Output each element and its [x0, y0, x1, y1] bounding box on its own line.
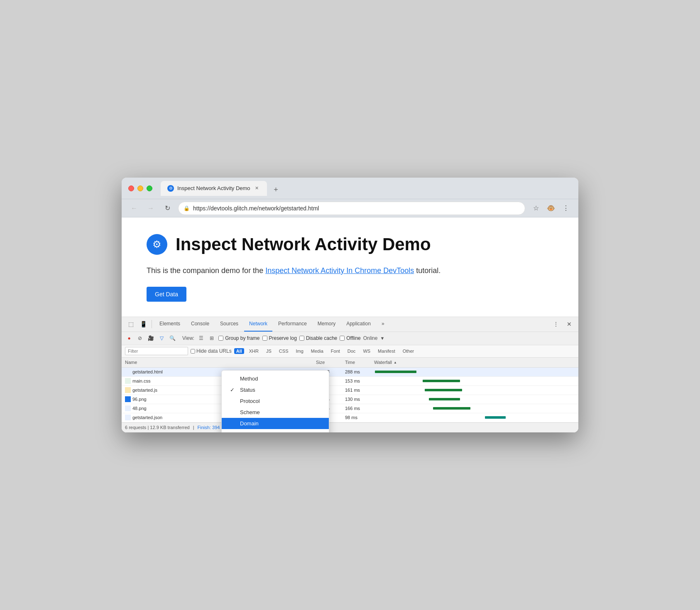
url-field[interactable]: 🔒 https://devtools.glitch.me/network/get…	[178, 202, 525, 215]
cm-protocol[interactable]: Protocol	[222, 395, 329, 407]
sort-arrow-icon: ▲	[394, 361, 397, 364]
tab-application[interactable]: Application	[341, 317, 376, 332]
disable-cache-option[interactable]: Disable cache	[299, 335, 337, 341]
device-toolbar-icon[interactable]: 📱	[137, 318, 149, 330]
disable-cache-label: Disable cache	[306, 335, 337, 341]
tab-network[interactable]: Network	[244, 317, 272, 332]
more-tabs-button[interactable]: »	[377, 317, 389, 332]
filter-xhr[interactable]: XHR	[247, 348, 261, 354]
row-time: 98 ms	[342, 415, 371, 420]
page-subtitle: This is the companion demo for the Inspe…	[147, 265, 553, 277]
devtools-settings-icon[interactable]: ⋮	[550, 318, 562, 330]
cm-method[interactable]: Method	[222, 373, 329, 384]
row-filename: getstarted.json	[132, 415, 162, 420]
table-row[interactable]: getstarted.json …d.js:4 276 B 98 ms	[122, 413, 578, 422]
browser-tab[interactable]: ⚙ Inspect Network Activity Demo ✕	[161, 181, 267, 196]
table-row[interactable]: 48.png 3.1 KB 166 ms	[122, 404, 578, 413]
throttle-dropdown-icon[interactable]: ▼	[380, 336, 384, 341]
th-time[interactable]: Time	[342, 360, 371, 365]
filter-css[interactable]: CSS	[277, 348, 291, 354]
filter-img[interactable]: Img	[293, 348, 306, 354]
page-content: ⚙ Inspect Network Activity Demo This is …	[122, 217, 578, 317]
cm-status[interactable]: ✓ Status	[222, 384, 329, 395]
status-bar: 6 requests | 12.9 KB transferred | Finis…	[122, 422, 578, 432]
group-by-frame-label: Group by frame	[225, 335, 259, 341]
address-bar: ← → ↻ 🔒 https://devtools.glitch.me/netwo…	[122, 199, 578, 217]
offline-checkbox[interactable]	[340, 336, 345, 341]
maximize-button[interactable]	[147, 185, 152, 191]
bookmark-icon[interactable]: ☆	[530, 203, 542, 214]
filter-ws[interactable]: WS	[360, 348, 373, 354]
screenshot-button[interactable]: 🎥	[147, 334, 155, 342]
table-row[interactable]: getstarted.html 1.3 KB 288 ms	[122, 368, 578, 377]
tab-close-button[interactable]: ✕	[254, 185, 260, 192]
group-by-frame-checkbox[interactable]	[218, 336, 223, 341]
cm-scheme[interactable]: Scheme	[222, 407, 329, 418]
filter-media[interactable]: Media	[308, 348, 326, 354]
preserve-log-checkbox[interactable]	[262, 336, 267, 341]
preserve-log-label: Preserve log	[269, 335, 297, 341]
filter-other[interactable]: Other	[400, 348, 417, 354]
network-toolbar: ● ⊘ 🎥 ▽ 🔍 View: ☰ ⊞ Group by frame Prese…	[122, 332, 578, 345]
tab-sources[interactable]: Sources	[215, 317, 243, 332]
list-view-icon[interactable]: ☰	[197, 334, 205, 342]
new-tab-button[interactable]: +	[270, 184, 282, 196]
forward-button[interactable]: →	[145, 203, 157, 214]
network-table: Name Size Time Waterfall ▲ getstarted.ht…	[122, 358, 578, 432]
record-button[interactable]: ●	[125, 334, 133, 342]
preserve-log-option[interactable]: Preserve log	[262, 335, 297, 341]
row-waterfall	[371, 404, 578, 413]
search-button[interactable]: 🔍	[168, 334, 176, 342]
disable-cache-checkbox[interactable]	[299, 336, 304, 341]
menu-icon[interactable]: ⋮	[560, 203, 572, 214]
offline-option[interactable]: Offline	[340, 335, 360, 341]
filter-manifest[interactable]: Manifest	[375, 348, 398, 354]
file-icon	[125, 415, 131, 420]
cm-remote-address[interactable]: Remote Address	[222, 429, 329, 432]
row-waterfall	[371, 376, 578, 386]
url-text: https://devtools.glitch.me/network/getst…	[193, 205, 319, 212]
get-data-button[interactable]: Get Data	[147, 287, 186, 302]
grouped-view-icon[interactable]: ⊞	[208, 334, 216, 342]
row-filename: 48.png	[132, 406, 147, 411]
tab-title: Inspect Network Activity Demo	[177, 185, 250, 191]
tab-performance[interactable]: Performance	[273, 317, 312, 332]
close-button[interactable]	[128, 185, 134, 191]
devtools-right-buttons: ⋮ ✕	[550, 318, 575, 330]
filter-font[interactable]: Font	[328, 348, 343, 354]
group-by-frame-option[interactable]: Group by frame	[218, 335, 259, 341]
profile-icon[interactable]: 🐵	[545, 203, 557, 214]
devtools-tab-bar: ⬚ 📱 Elements Console Sources Network Per…	[122, 317, 578, 332]
tab-separator	[152, 320, 152, 328]
filter-input[interactable]	[125, 347, 188, 355]
th-size[interactable]: Size	[313, 360, 342, 365]
all-filter-badge[interactable]: All	[234, 348, 244, 354]
view-label: View:	[182, 335, 194, 341]
filter-js[interactable]: JS	[264, 348, 274, 354]
th-name[interactable]: Name	[122, 360, 221, 365]
clear-button[interactable]: ⊘	[136, 334, 144, 342]
table-row[interactable]: main.css …d.html 691 B 153 ms	[122, 377, 578, 386]
lock-icon: 🔒	[184, 205, 190, 211]
hide-data-urls-option[interactable]: Hide data URLs	[191, 348, 232, 354]
table-row[interactable]: getstarted.js …d.html 330 B 161 ms	[122, 386, 578, 395]
row-waterfall	[371, 413, 578, 422]
cm-domain[interactable]: Domain	[222, 418, 329, 429]
devtools-close-icon[interactable]: ✕	[563, 318, 575, 330]
reload-button[interactable]: ↻	[162, 203, 173, 214]
back-button[interactable]: ←	[128, 203, 140, 214]
inspect-element-icon[interactable]: ⬚	[125, 318, 137, 330]
tab-elements[interactable]: Elements	[154, 317, 185, 332]
tab-console[interactable]: Console	[186, 317, 214, 332]
table-row[interactable]: 96.png …d.html 7.3 KB 130 ms	[122, 395, 578, 404]
row-time: 288 ms	[342, 369, 371, 374]
tab-memory[interactable]: Memory	[313, 317, 340, 332]
th-waterfall[interactable]: Waterfall ▲	[371, 360, 578, 365]
row-time: 161 ms	[342, 388, 371, 393]
devtools-tutorial-link[interactable]: Inspect Network Activity In Chrome DevTo…	[265, 266, 414, 275]
filter-button[interactable]: ▽	[157, 334, 166, 342]
filter-doc[interactable]: Doc	[345, 348, 358, 354]
hide-data-urls-checkbox[interactable]	[191, 349, 195, 354]
minimize-button[interactable]	[137, 185, 143, 191]
row-filename: main.css	[132, 378, 150, 383]
